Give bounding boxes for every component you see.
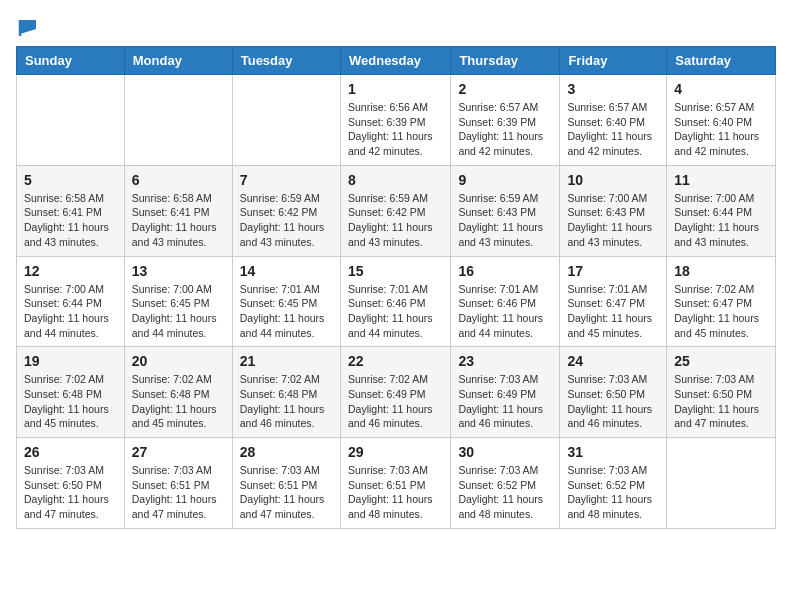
weekday-header-row: SundayMondayTuesdayWednesdayThursdayFrid… xyxy=(17,47,776,75)
calendar-cell: 12Sunrise: 7:00 AMSunset: 6:44 PMDayligh… xyxy=(17,256,125,347)
day-info: Sunrise: 7:02 AMSunset: 6:48 PMDaylight:… xyxy=(240,372,333,431)
day-info: Sunrise: 7:03 AMSunset: 6:51 PMDaylight:… xyxy=(132,463,225,522)
calendar-cell: 6Sunrise: 6:58 AMSunset: 6:41 PMDaylight… xyxy=(124,165,232,256)
day-number: 30 xyxy=(458,444,552,460)
weekday-header: Tuesday xyxy=(232,47,340,75)
day-number: 3 xyxy=(567,81,659,97)
day-info: Sunrise: 7:00 AMSunset: 6:44 PMDaylight:… xyxy=(24,282,117,341)
calendar-week-row: 12Sunrise: 7:00 AMSunset: 6:44 PMDayligh… xyxy=(17,256,776,347)
calendar-cell xyxy=(124,75,232,166)
day-number: 13 xyxy=(132,263,225,279)
weekday-header: Sunday xyxy=(17,47,125,75)
day-number: 21 xyxy=(240,353,333,369)
weekday-header: Wednesday xyxy=(340,47,450,75)
calendar-cell: 9Sunrise: 6:59 AMSunset: 6:43 PMDaylight… xyxy=(451,165,560,256)
day-info: Sunrise: 7:01 AMSunset: 6:46 PMDaylight:… xyxy=(458,282,552,341)
calendar-cell: 24Sunrise: 7:03 AMSunset: 6:50 PMDayligh… xyxy=(560,347,667,438)
calendar-cell: 26Sunrise: 7:03 AMSunset: 6:50 PMDayligh… xyxy=(17,438,125,529)
day-number: 19 xyxy=(24,353,117,369)
day-number: 31 xyxy=(567,444,659,460)
calendar-week-row: 19Sunrise: 7:02 AMSunset: 6:48 PMDayligh… xyxy=(17,347,776,438)
day-info: Sunrise: 7:00 AMSunset: 6:45 PMDaylight:… xyxy=(132,282,225,341)
logo-flag-icon xyxy=(16,16,38,38)
calendar-cell: 22Sunrise: 7:02 AMSunset: 6:49 PMDayligh… xyxy=(340,347,450,438)
day-info: Sunrise: 6:59 AMSunset: 6:42 PMDaylight:… xyxy=(240,191,333,250)
calendar-week-row: 26Sunrise: 7:03 AMSunset: 6:50 PMDayligh… xyxy=(17,438,776,529)
svg-marker-0 xyxy=(20,20,36,34)
calendar-cell: 15Sunrise: 7:01 AMSunset: 6:46 PMDayligh… xyxy=(340,256,450,347)
day-info: Sunrise: 6:57 AMSunset: 6:40 PMDaylight:… xyxy=(567,100,659,159)
calendar-cell: 8Sunrise: 6:59 AMSunset: 6:42 PMDaylight… xyxy=(340,165,450,256)
day-number: 1 xyxy=(348,81,443,97)
calendar-cell: 17Sunrise: 7:01 AMSunset: 6:47 PMDayligh… xyxy=(560,256,667,347)
day-number: 12 xyxy=(24,263,117,279)
calendar-week-row: 1Sunrise: 6:56 AMSunset: 6:39 PMDaylight… xyxy=(17,75,776,166)
calendar-table: SundayMondayTuesdayWednesdayThursdayFrid… xyxy=(16,46,776,529)
day-info: Sunrise: 7:03 AMSunset: 6:50 PMDaylight:… xyxy=(674,372,768,431)
day-number: 2 xyxy=(458,81,552,97)
day-number: 5 xyxy=(24,172,117,188)
day-info: Sunrise: 7:03 AMSunset: 6:49 PMDaylight:… xyxy=(458,372,552,431)
calendar-cell: 16Sunrise: 7:01 AMSunset: 6:46 PMDayligh… xyxy=(451,256,560,347)
day-number: 28 xyxy=(240,444,333,460)
calendar-week-row: 5Sunrise: 6:58 AMSunset: 6:41 PMDaylight… xyxy=(17,165,776,256)
calendar-cell: 5Sunrise: 6:58 AMSunset: 6:41 PMDaylight… xyxy=(17,165,125,256)
day-number: 4 xyxy=(674,81,768,97)
day-info: Sunrise: 7:00 AMSunset: 6:44 PMDaylight:… xyxy=(674,191,768,250)
day-info: Sunrise: 7:03 AMSunset: 6:51 PMDaylight:… xyxy=(240,463,333,522)
day-info: Sunrise: 6:59 AMSunset: 6:43 PMDaylight:… xyxy=(458,191,552,250)
day-number: 8 xyxy=(348,172,443,188)
day-number: 18 xyxy=(674,263,768,279)
day-info: Sunrise: 7:03 AMSunset: 6:52 PMDaylight:… xyxy=(567,463,659,522)
calendar-cell: 1Sunrise: 6:56 AMSunset: 6:39 PMDaylight… xyxy=(340,75,450,166)
day-info: Sunrise: 7:03 AMSunset: 6:51 PMDaylight:… xyxy=(348,463,443,522)
calendar-cell: 19Sunrise: 7:02 AMSunset: 6:48 PMDayligh… xyxy=(17,347,125,438)
day-info: Sunrise: 7:01 AMSunset: 6:45 PMDaylight:… xyxy=(240,282,333,341)
calendar-cell: 3Sunrise: 6:57 AMSunset: 6:40 PMDaylight… xyxy=(560,75,667,166)
calendar-cell: 29Sunrise: 7:03 AMSunset: 6:51 PMDayligh… xyxy=(340,438,450,529)
day-number: 26 xyxy=(24,444,117,460)
weekday-header: Saturday xyxy=(667,47,776,75)
calendar-cell: 2Sunrise: 6:57 AMSunset: 6:39 PMDaylight… xyxy=(451,75,560,166)
day-info: Sunrise: 6:56 AMSunset: 6:39 PMDaylight:… xyxy=(348,100,443,159)
day-info: Sunrise: 7:02 AMSunset: 6:48 PMDaylight:… xyxy=(24,372,117,431)
day-number: 15 xyxy=(348,263,443,279)
day-info: Sunrise: 6:58 AMSunset: 6:41 PMDaylight:… xyxy=(132,191,225,250)
day-number: 24 xyxy=(567,353,659,369)
day-number: 17 xyxy=(567,263,659,279)
day-info: Sunrise: 7:03 AMSunset: 6:52 PMDaylight:… xyxy=(458,463,552,522)
day-number: 20 xyxy=(132,353,225,369)
calendar-cell: 10Sunrise: 7:00 AMSunset: 6:43 PMDayligh… xyxy=(560,165,667,256)
calendar-cell: 31Sunrise: 7:03 AMSunset: 6:52 PMDayligh… xyxy=(560,438,667,529)
calendar-cell: 14Sunrise: 7:01 AMSunset: 6:45 PMDayligh… xyxy=(232,256,340,347)
page-header xyxy=(16,16,776,34)
calendar-cell xyxy=(232,75,340,166)
day-number: 23 xyxy=(458,353,552,369)
calendar-cell: 18Sunrise: 7:02 AMSunset: 6:47 PMDayligh… xyxy=(667,256,776,347)
calendar-cell: 21Sunrise: 7:02 AMSunset: 6:48 PMDayligh… xyxy=(232,347,340,438)
day-number: 7 xyxy=(240,172,333,188)
day-info: Sunrise: 6:57 AMSunset: 6:39 PMDaylight:… xyxy=(458,100,552,159)
calendar-cell: 27Sunrise: 7:03 AMSunset: 6:51 PMDayligh… xyxy=(124,438,232,529)
day-number: 10 xyxy=(567,172,659,188)
calendar-cell: 30Sunrise: 7:03 AMSunset: 6:52 PMDayligh… xyxy=(451,438,560,529)
day-number: 22 xyxy=(348,353,443,369)
day-info: Sunrise: 7:03 AMSunset: 6:50 PMDaylight:… xyxy=(24,463,117,522)
day-info: Sunrise: 6:58 AMSunset: 6:41 PMDaylight:… xyxy=(24,191,117,250)
calendar-cell: 4Sunrise: 6:57 AMSunset: 6:40 PMDaylight… xyxy=(667,75,776,166)
day-number: 27 xyxy=(132,444,225,460)
logo xyxy=(16,16,38,34)
day-info: Sunrise: 6:57 AMSunset: 6:40 PMDaylight:… xyxy=(674,100,768,159)
calendar-cell: 28Sunrise: 7:03 AMSunset: 6:51 PMDayligh… xyxy=(232,438,340,529)
calendar-cell: 25Sunrise: 7:03 AMSunset: 6:50 PMDayligh… xyxy=(667,347,776,438)
calendar-cell: 20Sunrise: 7:02 AMSunset: 6:48 PMDayligh… xyxy=(124,347,232,438)
day-number: 14 xyxy=(240,263,333,279)
weekday-header: Monday xyxy=(124,47,232,75)
day-info: Sunrise: 7:01 AMSunset: 6:47 PMDaylight:… xyxy=(567,282,659,341)
day-info: Sunrise: 6:59 AMSunset: 6:42 PMDaylight:… xyxy=(348,191,443,250)
day-info: Sunrise: 7:01 AMSunset: 6:46 PMDaylight:… xyxy=(348,282,443,341)
day-number: 6 xyxy=(132,172,225,188)
day-number: 9 xyxy=(458,172,552,188)
calendar-cell xyxy=(667,438,776,529)
calendar-cell: 13Sunrise: 7:00 AMSunset: 6:45 PMDayligh… xyxy=(124,256,232,347)
